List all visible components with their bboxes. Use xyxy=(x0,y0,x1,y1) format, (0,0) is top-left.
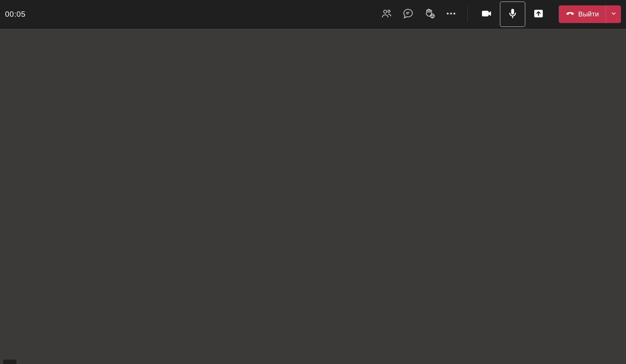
meeting-toolbar: 00:05 xyxy=(0,0,626,28)
svg-point-0 xyxy=(384,10,387,13)
bottom-tab[interactable] xyxy=(3,360,16,364)
share-button[interactable] xyxy=(530,5,547,23)
reactions-button[interactable] xyxy=(423,8,436,21)
chat-icon xyxy=(402,8,414,21)
leave-button-label: Выйти xyxy=(578,10,599,18)
media-controls xyxy=(478,2,547,27)
leave-button-group: Выйти xyxy=(559,5,621,23)
share-screen-icon xyxy=(533,8,544,21)
svg-point-9 xyxy=(453,13,455,15)
people-button[interactable] xyxy=(380,8,393,21)
people-icon xyxy=(381,8,392,21)
leave-dropdown-button[interactable] xyxy=(606,5,621,23)
toolbar-divider xyxy=(467,7,468,22)
chat-button[interactable] xyxy=(402,8,414,21)
hangup-icon xyxy=(566,9,575,20)
toolbar-controls: Выйти xyxy=(380,2,621,27)
svg-point-5 xyxy=(431,15,432,15)
camera-button[interactable] xyxy=(478,5,496,23)
svg-rect-11 xyxy=(511,9,514,15)
camera-icon xyxy=(481,8,492,21)
meeting-stage xyxy=(0,29,626,364)
svg-point-1 xyxy=(388,10,390,12)
chevron-down-icon xyxy=(611,10,617,18)
leave-button[interactable]: Выйти xyxy=(559,5,606,23)
svg-point-6 xyxy=(433,15,433,15)
svg-point-8 xyxy=(450,13,452,15)
microphone-button[interactable] xyxy=(500,2,525,27)
microphone-icon xyxy=(507,8,518,21)
raise-hand-reactions-icon xyxy=(424,8,435,21)
more-options-button[interactable] xyxy=(445,8,457,21)
call-timer: 00:05 xyxy=(5,10,26,19)
more-options-icon xyxy=(445,8,457,21)
svg-rect-10 xyxy=(482,11,489,16)
svg-point-7 xyxy=(447,13,448,15)
